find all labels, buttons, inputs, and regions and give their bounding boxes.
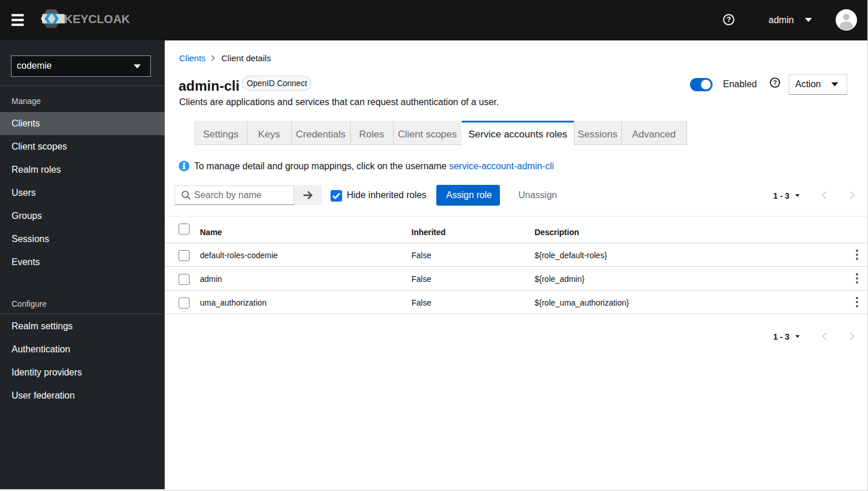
svg-text:?: ? [726, 16, 731, 24]
svg-text:?: ? [773, 79, 777, 86]
svg-text:KEYCLOAK: KEYCLOAK [64, 12, 130, 25]
